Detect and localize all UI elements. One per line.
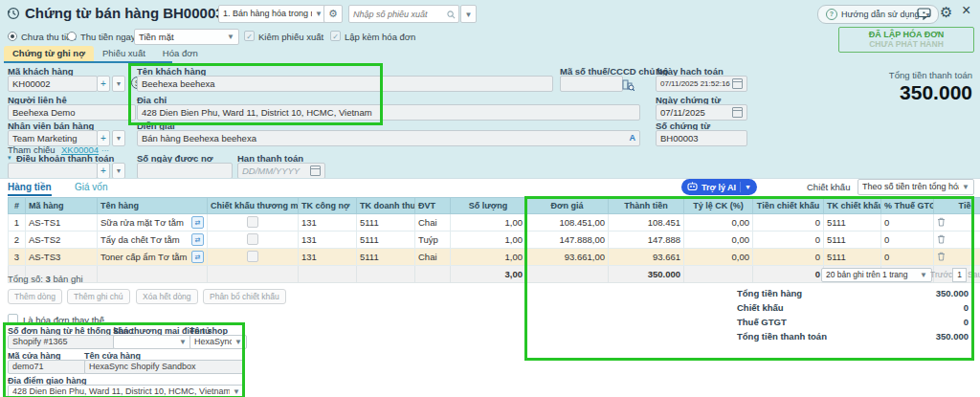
unit-conversion-icon[interactable]: ⇄ — [191, 251, 204, 263]
payment-terms-input[interactable] — [8, 163, 98, 179]
description-input[interactable]: Bán hàng Beehexa beehexa A — [137, 130, 640, 146]
next-page-button[interactable]: Sau — [968, 270, 980, 279]
cell-discount-account[interactable]: 5111 — [824, 214, 881, 232]
cell-vat-rate[interactable]: 0 — [881, 249, 934, 266]
cell-code[interactable]: AS-TS2 — [26, 232, 98, 249]
marketplace-select[interactable]: ▼ — [113, 335, 191, 349]
replacement-invoice-checkbox[interactable] — [8, 314, 18, 324]
org-lookup-icon[interactable] — [622, 77, 635, 95]
feedback-icon[interactable] — [917, 7, 931, 24]
radio-collect-now[interactable] — [67, 32, 77, 41]
trade-discount-checkbox[interactable] — [247, 233, 258, 245]
cell-discount-account[interactable]: 5111 — [824, 249, 881, 266]
tax-code-input[interactable] — [560, 76, 623, 92]
cell-discount-rate[interactable]: 0,00 — [684, 249, 753, 266]
ai-assistant-button[interactable]: Trợ lý AI ▼ — [681, 179, 757, 195]
cell-vat-rate[interactable]: 0 — [881, 232, 934, 249]
cell-discount-amount[interactable]: 0 — [753, 214, 824, 232]
history-icon[interactable] — [7, 7, 20, 24]
payment-method-select[interactable]: Tiền mặt ▼ — [134, 29, 239, 45]
expander-icon[interactable]: ▾ — [8, 154, 11, 162]
cell-qty[interactable]: 1,00 — [451, 232, 526, 249]
prev-page-button[interactable]: Trước — [930, 270, 952, 279]
address-input[interactable]: 428 Dien Bien Phu, Ward 11, District 10,… — [137, 104, 640, 121]
search-dropdown-button[interactable]: ▼ — [460, 5, 477, 23]
delivery-location-select[interactable]: 428 Dien Bien Phu, Ward 11, District 10,… — [8, 385, 245, 397]
translate-icon[interactable]: A — [630, 131, 636, 145]
doc-type-settings-button[interactable]: ⚙ — [323, 5, 343, 23]
doc-no-input[interactable]: BH00003 — [656, 130, 747, 146]
cell-trade-discount[interactable] — [208, 249, 299, 266]
cell-discount-account[interactable]: 5111 — [824, 232, 881, 249]
salesperson-dropdown-button[interactable]: ▼ — [112, 130, 125, 146]
unit-conversion-icon[interactable]: ⇄ — [191, 233, 204, 246]
customer-code-input[interactable]: KH00002 — [8, 76, 98, 92]
add-row-button[interactable]: Thêm dòng — [8, 289, 62, 304]
cell-trade-discount[interactable] — [208, 232, 299, 249]
add-customer-button[interactable]: + — [97, 76, 110, 92]
page-size-select[interactable]: 20 bản ghi trên 1 trang ▼ — [821, 268, 932, 282]
add-note-button[interactable]: Thêm ghi chú — [67, 289, 130, 304]
store-name-input[interactable]: HexaSync Shopify Sandbox — [84, 360, 245, 374]
cell-code[interactable]: AS-TS3 — [26, 249, 98, 266]
radio-not-collected[interactable] — [8, 32, 17, 41]
cell-price[interactable]: 147.888,00 — [526, 232, 609, 249]
cell-unit[interactable]: Chai — [415, 214, 451, 232]
cell-price[interactable]: 108.451,00 — [526, 214, 609, 232]
cell-amount[interactable]: 147.888 — [609, 232, 684, 249]
tab-invoice[interactable]: Hóa đơn — [154, 46, 207, 61]
cell-debt-account[interactable]: 131 — [299, 232, 357, 249]
cell-revenue-account[interactable]: 5111 — [357, 214, 415, 232]
payment-terms-dropdown-button[interactable]: ▼ — [112, 163, 125, 179]
shop-name-select[interactable]: HexaSync... ▼ — [189, 335, 247, 349]
export-slip-search[interactable] — [348, 5, 459, 23]
tab-debit-document[interactable]: Chứng từ ghi nợ — [4, 46, 94, 61]
cell-discount-rate[interactable]: 0,00 — [684, 214, 753, 232]
cell-price[interactable]: 93.661,00 — [526, 249, 609, 266]
cell-unit[interactable]: Chai — [415, 249, 451, 266]
doc-date-input[interactable]: 07/11/2025 — [656, 104, 747, 121]
add-payment-terms-button[interactable]: + — [97, 163, 110, 179]
checkbox-with-export-slip[interactable]: ✓ — [244, 31, 255, 41]
current-page-input[interactable]: 1 — [952, 268, 967, 282]
cell-amount[interactable]: 93.661 — [609, 249, 684, 266]
trade-discount-checkbox[interactable] — [247, 251, 258, 262]
settings-gear-icon[interactable]: ⚙ — [940, 4, 952, 21]
discount-mode-select[interactable]: Theo số tiền trên tổng hóa... ▼ — [858, 179, 974, 195]
trade-discount-checkbox[interactable] — [247, 216, 258, 228]
tab-item-cost[interactable]: Giá vốn — [75, 182, 107, 192]
due-date-input[interactable]: DD/MM/YYYY — [237, 163, 325, 179]
cell-discount-amount[interactable]: 0 — [753, 249, 824, 266]
tab-export-slip[interactable]: Phiếu xuất — [94, 46, 154, 61]
cell-revenue-account[interactable]: 5111 — [357, 249, 415, 266]
debt-days-input[interactable] — [137, 163, 233, 179]
cell-name[interactable]: Tẩy da chết Tơ tằm⇄ — [98, 232, 208, 249]
delete-row-icon[interactable] — [937, 234, 946, 246]
checkbox-with-invoice[interactable]: ✓ — [330, 31, 341, 41]
search-input[interactable] — [349, 10, 447, 19]
cell-name[interactable]: Sữa rửa mặt Tơ tằm⇄ — [98, 214, 208, 232]
cell-trade-discount[interactable] — [208, 214, 299, 232]
cell-unit[interactable]: Tuýp — [415, 232, 451, 249]
customer-dropdown-button[interactable]: ▼ — [112, 76, 125, 92]
cell-revenue-account[interactable]: 5111 — [357, 232, 415, 249]
customer-name-input[interactable]: Beehexa beehexa — [137, 76, 553, 92]
doc-type-select[interactable]: 1. Bán hàng hóa trong nước ▼ — [218, 5, 327, 23]
posting-date-input[interactable]: 07/11/2025 21:52:16 — [656, 76, 747, 92]
cell-debt-account[interactable]: 131 — [299, 214, 357, 232]
delete-row-icon[interactable] — [937, 252, 946, 263]
external-order-no-input[interactable]: Shopify #1365 — [8, 335, 115, 349]
tab-item-amount[interactable]: Hàng tiền — [8, 182, 52, 196]
cell-vat-rate[interactable]: 0 — [881, 214, 934, 232]
cell-debt-account[interactable]: 131 — [299, 249, 357, 266]
clear-rows-button[interactable]: Xóa hết dòng — [136, 289, 198, 304]
cell-code[interactable]: AS-TS1 — [26, 214, 98, 232]
close-icon[interactable]: × — [962, 2, 970, 19]
contact-input[interactable]: Beehexa Demo — [8, 104, 136, 121]
allocate-discount-button[interactable]: Phân bổ chiết khấu — [203, 289, 286, 304]
unit-conversion-icon[interactable]: ⇄ — [191, 216, 204, 229]
cell-name[interactable]: Toner cấp ẩm Tơ tằm⇄ — [98, 249, 208, 266]
delete-row-icon[interactable] — [937, 217, 946, 229]
store-code-input[interactable]: demo71 — [8, 360, 86, 374]
cell-discount-amount[interactable]: 0 — [753, 232, 824, 249]
